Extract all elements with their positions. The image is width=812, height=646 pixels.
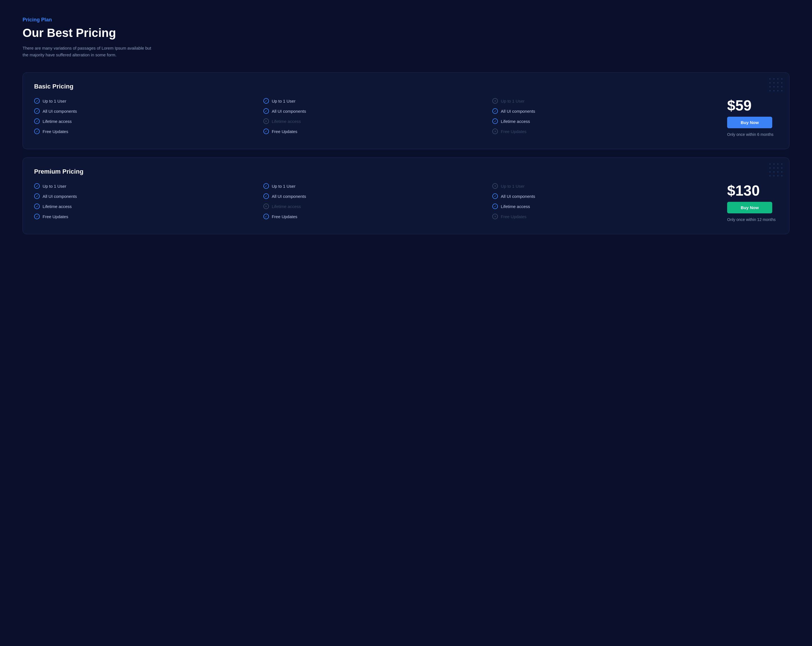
card-body-basic: ✓Up to 1 User✓All UI components✓Lifetime… [34,98,778,139]
check-icon: ✓ [263,193,269,199]
pricing-card-basic: Basic Pricing✓Up to 1 User✓All UI compon… [23,72,789,149]
feature-text: Up to 1 User [272,184,296,189]
pricing-section-premium: $130Buy NowOnly once within 12 months [722,183,778,222]
cross-icon: ✕ [492,98,498,104]
check-icon: ✓ [263,98,269,104]
feature-item: ✕Free Updates [492,128,722,134]
check-icon: ✓ [34,214,40,219]
check-icon: ✓ [34,98,40,104]
pricing-card-premium: Premium Pricing✓Up to 1 User✓All UI comp… [23,158,789,234]
feature-item: ✓All UI components [263,108,493,114]
dot-grid-decoration [769,163,783,178]
feature-text: Lifetime access [272,204,301,209]
price-premium: $130 [727,183,760,198]
features-group-basic-col1: ✓Up to 1 User✓All UI components✕Lifetime… [263,98,493,139]
feature-item: ✕Free Updates [492,214,722,219]
cross-icon: ✕ [492,214,498,219]
dot-grid-decoration [769,78,783,93]
feature-item: ✓Free Updates [34,128,263,134]
feature-text: Lifetime access [43,204,72,209]
card-title-basic: Basic Pricing [34,83,778,90]
feature-text: Free Updates [43,129,68,134]
feature-item: ✓Free Updates [263,128,493,134]
feature-text: Lifetime access [501,119,530,124]
pricing-title: Our Best Pricing [23,26,789,40]
feature-text: Lifetime access [501,204,530,209]
check-icon: ✓ [263,108,269,114]
feature-item: ✕Up to 1 User [492,183,722,189]
check-icon: ✓ [492,108,498,114]
feature-text: All UI components [272,194,306,199]
feature-text: All UI components [43,194,77,199]
feature-item: ✓All UI components [492,108,722,114]
pricing-label: Pricing Plan [23,17,789,23]
cross-icon: ✕ [492,183,498,189]
feature-item: ✓Free Updates [34,214,263,219]
feature-item: ✕Lifetime access [263,118,493,124]
features-group-premium-col2: ✕Up to 1 User✓All UI components✓Lifetime… [492,183,722,224]
feature-text: Free Updates [272,129,298,134]
check-icon: ✓ [263,128,269,134]
pricing-section-basic: $59Buy NowOnly once within 6 months [722,98,778,137]
check-icon: ✓ [492,204,498,209]
buy-button-basic[interactable]: Buy Now [727,117,772,128]
feature-text: Up to 1 User [501,184,524,189]
header: Pricing Plan Our Best Pricing There are … [23,17,789,58]
feature-text: Free Updates [43,214,68,219]
feature-item: ✓Free Updates [263,214,493,219]
feature-text: Free Updates [501,129,527,134]
features-group-premium-col1: ✓Up to 1 User✓All UI components✕Lifetime… [263,183,493,224]
feature-text: Up to 1 User [43,99,66,104]
feature-item: ✓Up to 1 User [34,98,263,104]
feature-item: ✓Up to 1 User [263,98,493,104]
check-icon: ✓ [34,128,40,134]
feature-text: Lifetime access [43,119,72,124]
price-basic: $59 [727,98,752,113]
check-icon: ✓ [492,193,498,199]
feature-text: Up to 1 User [43,184,66,189]
feature-item: ✓All UI components [34,193,263,199]
feature-item: ✓All UI components [34,108,263,114]
feature-item: ✓All UI components [263,193,493,199]
check-icon: ✓ [34,108,40,114]
cross-icon: ✕ [263,118,269,124]
card-title-premium: Premium Pricing [34,168,778,175]
feature-item: ✓All UI components [492,193,722,199]
feature-text: Lifetime access [272,119,301,124]
buy-button-premium[interactable]: Buy Now [727,202,772,213]
card-body-premium: ✓Up to 1 User✓All UI components✓Lifetime… [34,183,778,224]
feature-text: All UI components [501,194,535,199]
check-icon: ✓ [263,183,269,189]
feature-text: All UI components [43,109,77,114]
check-icon: ✓ [34,118,40,124]
features-group-premium-col0: ✓Up to 1 User✓All UI components✓Lifetime… [34,183,263,224]
pricing-description: There are many variations of passages of… [23,45,152,58]
cross-icon: ✕ [492,128,498,134]
cross-icon: ✕ [263,204,269,209]
check-icon: ✓ [34,204,40,209]
check-icon: ✓ [34,193,40,199]
feature-text: Free Updates [272,214,298,219]
pricing-cards: Basic Pricing✓Up to 1 User✓All UI compon… [23,72,789,234]
feature-item: ✓Up to 1 User [34,183,263,189]
check-icon: ✓ [263,214,269,219]
price-note-premium: Only once within 12 months [727,217,775,222]
feature-item: ✕Up to 1 User [492,98,722,104]
feature-text: Free Updates [501,214,527,219]
feature-item: ✓Lifetime access [34,204,263,209]
features-group-basic-col0: ✓Up to 1 User✓All UI components✓Lifetime… [34,98,263,139]
feature-text: All UI components [272,109,306,114]
features-group-basic-col2: ✕Up to 1 User✓All UI components✓Lifetime… [492,98,722,139]
feature-item: ✓Up to 1 User [263,183,493,189]
check-icon: ✓ [492,118,498,124]
feature-item: ✕Lifetime access [263,204,493,209]
feature-item: ✓Lifetime access [34,118,263,124]
feature-item: ✓Lifetime access [492,204,722,209]
feature-text: Up to 1 User [272,99,296,104]
feature-text: Up to 1 User [501,99,524,104]
feature-item: ✓Lifetime access [492,118,722,124]
price-note-basic: Only once within 6 months [727,132,773,137]
feature-text: All UI components [501,109,535,114]
check-icon: ✓ [34,183,40,189]
